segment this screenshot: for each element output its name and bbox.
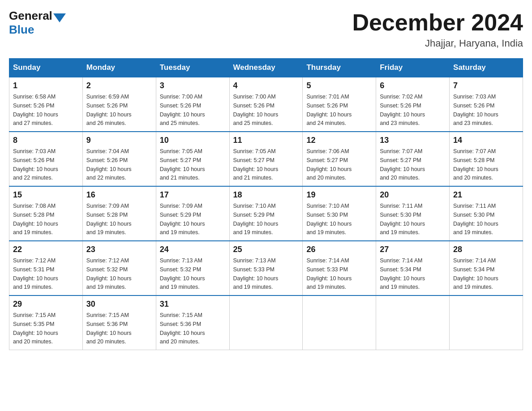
day-info: Sunrise: 6:59 AMSunset: 5:26 PMDaylight:…: [86, 94, 132, 126]
day-number: 31: [160, 300, 226, 309]
day-number: 16: [86, 190, 152, 200]
calendar-cell: 29Sunrise: 7:15 AMSunset: 5:35 PMDayligh…: [9, 295, 83, 350]
calendar-table: SundayMondayTuesdayWednesdayThursdayFrid…: [9, 58, 523, 350]
calendar-cell: 8Sunrise: 7:03 AMSunset: 5:26 PMDaylight…: [9, 132, 83, 186]
day-info: Sunrise: 7:10 AMSunset: 5:29 PMDaylight:…: [233, 203, 279, 235]
calendar-cell: 3Sunrise: 7:00 AMSunset: 5:26 PMDaylight…: [156, 77, 229, 132]
calendar-cell: 31Sunrise: 7:15 AMSunset: 5:36 PMDayligh…: [156, 295, 229, 350]
day-info: Sunrise: 7:00 AMSunset: 5:26 PMDaylight:…: [160, 94, 205, 126]
calendar-cell: 12Sunrise: 7:06 AMSunset: 5:27 PMDayligh…: [303, 132, 376, 186]
day-number: 5: [306, 81, 372, 90]
calendar-cell: 6Sunrise: 7:02 AMSunset: 5:26 PMDaylight…: [376, 77, 450, 132]
weekday-header-saturday: Saturday: [450, 59, 523, 77]
calendar-cell: 4Sunrise: 7:00 AMSunset: 5:26 PMDaylight…: [229, 77, 303, 132]
calendar-cell: 1Sunrise: 6:58 AMSunset: 5:26 PMDaylight…: [9, 77, 83, 132]
day-number: 23: [86, 245, 152, 254]
day-info: Sunrise: 7:05 AMSunset: 5:27 PMDaylight:…: [160, 148, 205, 181]
calendar-cell: 9Sunrise: 7:04 AMSunset: 5:26 PMDaylight…: [82, 132, 156, 186]
calendar-cell: 18Sunrise: 7:10 AMSunset: 5:29 PMDayligh…: [229, 186, 303, 241]
day-info: Sunrise: 7:11 AMSunset: 5:30 PMDaylight:…: [380, 203, 425, 235]
calendar-week-row: 22Sunrise: 7:12 AMSunset: 5:31 PMDayligh…: [9, 241, 523, 295]
day-info: Sunrise: 7:15 AMSunset: 5:35 PMDaylight:…: [13, 312, 58, 345]
day-number: 17: [160, 190, 226, 200]
calendar-cell: 25Sunrise: 7:13 AMSunset: 5:33 PMDayligh…: [229, 241, 303, 295]
calendar-cell: 11Sunrise: 7:05 AMSunset: 5:27 PMDayligh…: [229, 132, 303, 186]
day-info: Sunrise: 7:12 AMSunset: 5:32 PMDaylight:…: [86, 257, 132, 290]
day-number: 10: [160, 136, 226, 145]
logo-general-text: General: [9, 9, 52, 23]
calendar-cell: 21Sunrise: 7:11 AMSunset: 5:30 PMDayligh…: [450, 186, 523, 241]
calendar-cell: 23Sunrise: 7:12 AMSunset: 5:32 PMDayligh…: [82, 241, 156, 295]
day-info: Sunrise: 7:02 AMSunset: 5:26 PMDaylight:…: [380, 94, 425, 126]
day-number: 30: [86, 300, 152, 309]
weekday-header-friday: Friday: [376, 59, 450, 77]
calendar-cell: 27Sunrise: 7:14 AMSunset: 5:34 PMDayligh…: [376, 241, 450, 295]
calendar-cell: 15Sunrise: 7:08 AMSunset: 5:28 PMDayligh…: [9, 186, 83, 241]
day-info: Sunrise: 7:10 AMSunset: 5:30 PMDaylight:…: [306, 203, 352, 235]
day-info: Sunrise: 7:05 AMSunset: 5:27 PMDaylight:…: [233, 148, 279, 181]
day-info: Sunrise: 7:03 AMSunset: 5:26 PMDaylight:…: [453, 94, 498, 126]
day-number: 2: [86, 81, 152, 90]
day-number: 22: [13, 245, 79, 254]
calendar-cell: 30Sunrise: 7:15 AMSunset: 5:36 PMDayligh…: [82, 295, 156, 350]
day-number: 25: [233, 245, 299, 254]
logo-blue-text: Blue: [9, 23, 34, 37]
location-text: Jhajjar, Haryana, India: [352, 38, 523, 49]
page-header: General Blue December 2024 Jhajjar, Hary…: [9, 9, 523, 49]
title-section: December 2024 Jhajjar, Haryana, India: [352, 9, 523, 49]
day-info: Sunrise: 7:06 AMSunset: 5:27 PMDaylight:…: [306, 148, 352, 181]
logo-triangle-icon: [53, 13, 66, 22]
day-info: Sunrise: 7:14 AMSunset: 5:33 PMDaylight:…: [306, 257, 352, 290]
day-info: Sunrise: 7:15 AMSunset: 5:36 PMDaylight:…: [86, 312, 132, 345]
calendar-week-row: 8Sunrise: 7:03 AMSunset: 5:26 PMDaylight…: [9, 132, 523, 186]
day-info: Sunrise: 7:14 AMSunset: 5:34 PMDaylight:…: [453, 257, 498, 290]
day-info: Sunrise: 7:03 AMSunset: 5:26 PMDaylight:…: [13, 148, 58, 181]
day-info: Sunrise: 7:07 AMSunset: 5:27 PMDaylight:…: [380, 148, 425, 181]
day-info: Sunrise: 7:07 AMSunset: 5:28 PMDaylight:…: [453, 148, 498, 181]
day-info: Sunrise: 6:58 AMSunset: 5:26 PMDaylight:…: [13, 94, 58, 126]
day-info: Sunrise: 7:08 AMSunset: 5:28 PMDaylight:…: [13, 203, 58, 235]
weekday-header-tuesday: Tuesday: [156, 59, 229, 77]
weekday-header-row: SundayMondayTuesdayWednesdayThursdayFrid…: [9, 59, 523, 77]
calendar-cell: 2Sunrise: 6:59 AMSunset: 5:26 PMDaylight…: [82, 77, 156, 132]
calendar-week-row: 15Sunrise: 7:08 AMSunset: 5:28 PMDayligh…: [9, 186, 523, 241]
calendar-cell: 28Sunrise: 7:14 AMSunset: 5:34 PMDayligh…: [450, 241, 523, 295]
day-number: 26: [306, 245, 372, 254]
day-number: 12: [306, 136, 372, 145]
calendar-week-row: 1Sunrise: 6:58 AMSunset: 5:26 PMDaylight…: [9, 77, 523, 132]
day-number: 13: [380, 136, 446, 145]
day-number: 14: [453, 136, 519, 145]
day-number: 4: [233, 81, 299, 90]
weekday-header-wednesday: Wednesday: [229, 59, 303, 77]
day-number: 24: [160, 245, 226, 254]
weekday-header-monday: Monday: [82, 59, 156, 77]
day-info: Sunrise: 7:09 AMSunset: 5:28 PMDaylight:…: [86, 203, 132, 235]
day-number: 6: [380, 81, 446, 90]
calendar-cell: 17Sunrise: 7:09 AMSunset: 5:29 PMDayligh…: [156, 186, 229, 241]
day-info: Sunrise: 7:11 AMSunset: 5:30 PMDaylight:…: [453, 203, 498, 235]
day-info: Sunrise: 7:04 AMSunset: 5:26 PMDaylight:…: [86, 148, 132, 181]
day-number: 29: [13, 300, 79, 309]
day-number: 15: [13, 190, 79, 200]
calendar-week-row: 29Sunrise: 7:15 AMSunset: 5:35 PMDayligh…: [9, 295, 523, 350]
calendar-cell: 19Sunrise: 7:10 AMSunset: 5:30 PMDayligh…: [303, 186, 376, 241]
calendar-cell: 20Sunrise: 7:11 AMSunset: 5:30 PMDayligh…: [376, 186, 450, 241]
day-number: 20: [380, 190, 446, 200]
day-info: Sunrise: 7:12 AMSunset: 5:31 PMDaylight:…: [13, 257, 58, 290]
calendar-cell: 24Sunrise: 7:13 AMSunset: 5:32 PMDayligh…: [156, 241, 229, 295]
calendar-cell: 7Sunrise: 7:03 AMSunset: 5:26 PMDaylight…: [450, 77, 523, 132]
calendar-cell: 10Sunrise: 7:05 AMSunset: 5:27 PMDayligh…: [156, 132, 229, 186]
calendar-cell: [376, 295, 450, 350]
day-number: 9: [86, 136, 152, 145]
day-number: 21: [453, 190, 519, 200]
calendar-cell: 26Sunrise: 7:14 AMSunset: 5:33 PMDayligh…: [303, 241, 376, 295]
day-number: 7: [453, 81, 519, 90]
weekday-header-sunday: Sunday: [9, 59, 83, 77]
day-info: Sunrise: 7:00 AMSunset: 5:26 PMDaylight:…: [233, 94, 279, 126]
calendar-cell: 14Sunrise: 7:07 AMSunset: 5:28 PMDayligh…: [450, 132, 523, 186]
day-info: Sunrise: 7:14 AMSunset: 5:34 PMDaylight:…: [380, 257, 425, 290]
day-number: 19: [306, 190, 372, 200]
day-info: Sunrise: 7:13 AMSunset: 5:33 PMDaylight:…: [233, 257, 279, 290]
calendar-cell: 16Sunrise: 7:09 AMSunset: 5:28 PMDayligh…: [82, 186, 156, 241]
day-info: Sunrise: 7:09 AMSunset: 5:29 PMDaylight:…: [160, 203, 205, 235]
